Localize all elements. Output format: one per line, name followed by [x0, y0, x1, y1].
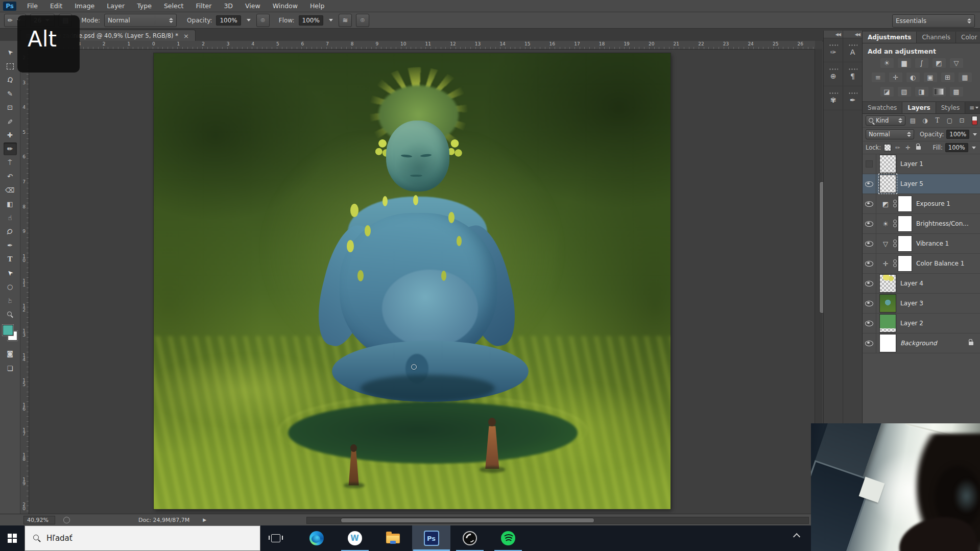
taskbar-w-app-button[interactable]: W [336, 525, 374, 551]
visibility-toggle[interactable] [863, 194, 876, 213]
layer-thumbnail[interactable] [879, 274, 896, 293]
eraser-tool-icon[interactable]: ⌫ [4, 184, 17, 197]
tab-layers[interactable]: Layers [902, 102, 936, 113]
path-selection-tool-icon[interactable]: ➤ [4, 267, 17, 279]
flow-dropdown-arrow[interactable] [327, 16, 334, 25]
visibility-toggle[interactable] [863, 214, 876, 233]
menu-layer[interactable]: Layer [101, 1, 130, 11]
filter-adjustment-layers-icon[interactable]: ◑ [920, 116, 930, 125]
clone-source-panel-icon[interactable]: ⊕ [824, 62, 843, 86]
lock-all-icon[interactable] [914, 143, 922, 152]
layer-opacity-value[interactable]: 100% [946, 130, 969, 139]
exposure-layer-icon[interactable]: ◩ [879, 198, 892, 209]
visibility-toggle[interactable] [863, 154, 876, 174]
channel-mixer-adjustment-icon[interactable]: ⊞ [941, 73, 954, 82]
taskbar-file-explorer-button[interactable] [374, 525, 412, 551]
taskbar-search-box[interactable]: Hľadať [25, 525, 260, 551]
visibility-toggle[interactable] [863, 274, 876, 293]
tab-styles[interactable]: Styles [936, 102, 965, 113]
menu-edit[interactable]: Edit [44, 1, 68, 11]
pressure-opacity-button[interactable]: ⌾ [256, 14, 270, 27]
brush-presets-panel-icon[interactable]: ✾ [824, 86, 843, 110]
tab-close-icon[interactable]: × [182, 32, 190, 40]
canvas[interactable] [154, 53, 671, 509]
taskbar-spotify-button[interactable] [489, 525, 527, 551]
filter-pixel-layers-icon[interactable]: ▤ [908, 116, 918, 125]
layer-thumbnail[interactable] [879, 314, 896, 332]
character-styles-panel-icon[interactable]: A [843, 38, 862, 62]
menu-type[interactable]: Type [131, 1, 157, 11]
layer-blend-mode-select[interactable]: Normal [866, 129, 914, 139]
layer-opacity-arrow[interactable] [972, 130, 977, 139]
paragraph-panel-icon[interactable]: ¶ [843, 62, 862, 86]
filter-kind-select[interactable]: Kind [866, 115, 905, 126]
menu-help[interactable]: Help [304, 1, 330, 11]
tool-presets-panel-icon[interactable]: ✑ [824, 38, 843, 62]
menu-view[interactable]: View [240, 1, 266, 11]
dodge-tool-icon[interactable]: Ϙ [4, 225, 17, 238]
tab-color[interactable]: Color [956, 32, 980, 43]
layer-row[interactable]: Background [863, 333, 980, 353]
layer-mask-thumbnail[interactable] [898, 215, 912, 232]
marquee-tool-icon[interactable] [4, 60, 17, 73]
taskbar-obs-button[interactable] [450, 525, 489, 551]
show-hidden-icons-chevron[interactable] [794, 533, 800, 539]
visibility-toggle[interactable] [863, 254, 876, 273]
visibility-toggle[interactable] [863, 234, 876, 253]
layer-mask-thumbnail[interactable] [898, 255, 912, 272]
layer-name[interactable]: Vibrance 1 [916, 240, 949, 247]
lasso-tool-icon[interactable]: Ω [4, 74, 17, 86]
layers-panel-menu-icon[interactable]: ≡ [969, 104, 978, 111]
status-popup-arrow-icon[interactable]: ▶ [203, 517, 206, 522]
filter-shape-layers-icon[interactable]: ▢ [945, 116, 954, 125]
task-view-button[interactable] [260, 525, 291, 551]
layer-row[interactable]: ◩Exposure 1 [863, 194, 980, 214]
layer-name[interactable]: Exposure 1 [916, 200, 950, 207]
layer-thumbnail[interactable] [879, 155, 896, 173]
menu-select[interactable]: Select [158, 1, 189, 11]
invert-adjustment-icon[interactable]: ◪ [880, 87, 894, 97]
lock-pixels-icon[interactable]: ✏ [894, 143, 901, 152]
visibility-toggle[interactable] [863, 294, 876, 313]
quick-mask-button[interactable]: ◙ [4, 347, 17, 360]
visibility-toggle[interactable] [863, 314, 876, 333]
collapse-panels-icon[interactable]: ◀◀ [824, 31, 843, 38]
layer-row[interactable]: ✛Color Balance 1 [863, 254, 980, 274]
black-white-adjustment-icon[interactable]: ◐ [906, 73, 920, 82]
workspace-switcher[interactable]: Essentials [892, 14, 975, 28]
foreground-color-swatch[interactable] [3, 325, 13, 336]
layer-row[interactable]: ☀Brightness/Con... [863, 214, 980, 234]
fill-arrow[interactable] [971, 143, 977, 152]
layer-name[interactable]: Layer 1 [900, 160, 923, 167]
gradient-tool-icon[interactable]: ◧ [4, 198, 17, 210]
threshold-adjustment-icon[interactable]: ◨ [915, 87, 928, 97]
vibrance-layer-icon[interactable]: ▽ [879, 238, 892, 249]
opacity-value[interactable]: 100% [216, 15, 241, 26]
horizontal-scrollbar-thumb[interactable] [341, 518, 594, 523]
layer-row[interactable]: Layer 5 [863, 174, 980, 194]
brightness-contrast-adjustment-icon[interactable]: ☀ [880, 58, 894, 68]
layer-row[interactable]: Layer 3 [863, 294, 980, 314]
spot-healing-tool-icon[interactable]: ✚ [4, 129, 17, 141]
clone-stamp-tool-icon[interactable]: ⍑ [4, 156, 17, 169]
fill-value[interactable]: 100% [945, 143, 968, 152]
visibility-toggle[interactable] [863, 333, 876, 353]
start-button[interactable] [0, 525, 25, 551]
shape-tool-icon[interactable]: ○ [4, 280, 17, 293]
menu-3d[interactable]: 3D [218, 1, 238, 11]
hue-saturation-adjustment-icon[interactable]: ≡ [872, 73, 885, 82]
gradient-map-adjustment-icon[interactable] [933, 87, 946, 97]
menu-file[interactable]: File [21, 1, 43, 11]
layer-name[interactable]: Color Balance 1 [916, 260, 964, 267]
photo-filter-adjustment-icon[interactable]: ▣ [924, 73, 937, 82]
layer-thumbnail[interactable] [879, 294, 896, 313]
tab-channels[interactable]: Channels [917, 32, 956, 43]
pen-tool-icon[interactable]: ✒ [4, 239, 17, 252]
exposure-adjustment-icon[interactable]: ◩ [933, 58, 946, 68]
visibility-toggle[interactable] [863, 174, 876, 194]
filtering-toggle-switch[interactable] [972, 116, 977, 125]
menu-image[interactable]: Image [69, 1, 100, 11]
horizontal-scrollbar[interactable] [306, 517, 809, 524]
flow-value[interactable]: 100% [299, 15, 323, 26]
posterize-adjustment-icon[interactable]: ▧ [898, 87, 911, 97]
